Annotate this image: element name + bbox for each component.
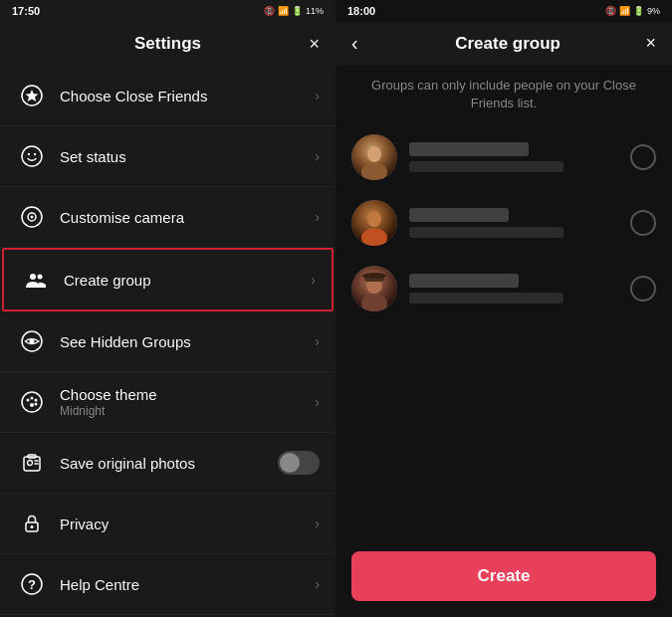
right-status-bar: 18:00 📵 📶 🔋 9% <box>336 0 672 22</box>
contact-avatar-2 <box>351 200 397 246</box>
left-header: Settings × <box>0 22 336 66</box>
contact-radio-2[interactable] <box>630 210 656 236</box>
create-btn-container: Create <box>336 535 672 617</box>
right-close-button[interactable]: × <box>645 33 656 54</box>
contact-sub-1 <box>409 161 563 172</box>
left-time: 17:50 <box>12 5 40 17</box>
contact-info-3 <box>409 274 630 304</box>
svg-point-12 <box>22 392 42 412</box>
contact-name-1 <box>409 142 529 156</box>
contact-sub-3 <box>409 293 563 304</box>
contact-info-2 <box>409 208 630 238</box>
contact-radio-3[interactable] <box>630 276 656 302</box>
svg-point-15 <box>35 399 38 402</box>
contacts-list <box>336 120 672 535</box>
create-group-label: Create group <box>64 272 311 289</box>
choose-theme-content: Choose theme Midnight <box>60 386 315 418</box>
right-status-icons: 📵 📶 🔋 9% <box>605 6 660 16</box>
contact-avatar-3 <box>351 266 397 311</box>
customise-camera-label: Customise camera <box>60 209 315 226</box>
lock-icon <box>16 508 48 539</box>
camera-icon <box>16 201 48 233</box>
set-status-chevron: › <box>315 148 320 164</box>
hidden-groups-chevron: › <box>315 333 320 349</box>
svg-marker-1 <box>26 90 39 102</box>
create-group-content: Create group <box>64 272 311 289</box>
svg-point-8 <box>30 274 36 280</box>
choose-theme-chevron: › <box>315 394 320 410</box>
right-header: ‹ Create group × <box>336 22 672 65</box>
privacy-chevron: › <box>315 515 320 531</box>
smiley-icon <box>16 140 48 172</box>
svg-point-14 <box>31 397 34 400</box>
save-photo-icon <box>16 447 48 479</box>
help-centre-chevron: › <box>315 576 320 592</box>
menu-item-create-group[interactable]: Create group › <box>2 248 334 311</box>
hidden-groups-label: See Hidden Groups <box>60 333 315 350</box>
svg-point-3 <box>28 153 30 155</box>
set-status-label: Set status <box>60 148 315 165</box>
choose-theme-sublabel: Midnight <box>60 404 315 418</box>
svg-point-30 <box>367 146 381 162</box>
toggle-thumb <box>280 453 300 473</box>
back-button[interactable]: ‹ <box>351 32 358 55</box>
svg-point-16 <box>35 403 38 406</box>
customise-camera-content: Customise camera <box>60 209 315 226</box>
privacy-content: Privacy <box>60 515 315 532</box>
svg-point-7 <box>31 216 34 219</box>
save-photos-label: Save original photos <box>60 455 278 472</box>
save-photos-toggle[interactable] <box>278 451 320 475</box>
close-friends-content: Choose Close Friends <box>60 88 315 104</box>
svg-point-38 <box>362 273 386 279</box>
contact-sub-2 <box>409 227 563 238</box>
right-time: 18:00 <box>347 5 375 17</box>
menu-item-help-centre[interactable]: ? Help Centre › <box>0 554 336 615</box>
svg-point-11 <box>30 339 35 344</box>
help-centre-label: Help Centre <box>60 576 315 593</box>
privacy-label: Privacy <box>60 515 315 532</box>
star-icon <box>16 80 48 111</box>
svg-point-24 <box>31 525 34 528</box>
menu-item-set-status[interactable]: Set status › <box>0 126 336 187</box>
svg-point-13 <box>27 399 30 402</box>
close-friends-label: Choose Close Friends <box>60 88 315 104</box>
contact-item-3[interactable] <box>336 256 672 321</box>
contact-item-2[interactable] <box>336 190 672 256</box>
svg-point-19 <box>28 461 33 466</box>
group-icon <box>20 264 52 296</box>
left-panel: 17:50 📵 📶 🔋 11% Settings × Choose Close … <box>0 0 336 617</box>
contact-avatar-1 <box>351 134 397 180</box>
svg-point-33 <box>367 211 381 227</box>
info-text: Groups can only include people on your C… <box>336 65 672 120</box>
left-header-title: Settings <box>134 34 201 54</box>
create-group-chevron: › <box>311 272 316 288</box>
contact-radio-1[interactable] <box>630 144 656 170</box>
menu-item-save-photos[interactable]: Save original photos <box>0 433 336 494</box>
menu-item-customise-camera[interactable]: Customise camera › <box>0 187 336 248</box>
help-icon: ? <box>16 568 48 600</box>
menu-item-close-friends[interactable]: Choose Close Friends › <box>0 66 336 126</box>
menu-item-privacy[interactable]: Privacy › <box>0 494 336 554</box>
save-photos-content: Save original photos <box>60 455 278 472</box>
menu-item-hidden-groups[interactable]: See Hidden Groups › <box>0 311 336 372</box>
palette-icon <box>16 386 48 418</box>
hidden-groups-content: See Hidden Groups <box>60 333 315 350</box>
choose-theme-label: Choose theme <box>60 386 315 403</box>
svg-point-4 <box>34 153 36 155</box>
left-status-bar: 17:50 📵 📶 🔋 11% <box>0 0 336 22</box>
left-header-close[interactable]: × <box>309 34 320 55</box>
contact-name-3 <box>409 274 519 288</box>
create-button[interactable]: Create <box>351 551 656 601</box>
eye-icon <box>16 325 48 357</box>
menu-item-choose-theme[interactable]: Choose theme Midnight › <box>0 372 336 433</box>
left-menu-list: Choose Close Friends › Set status › <box>0 66 336 617</box>
contact-name-2 <box>409 208 509 222</box>
svg-point-17 <box>30 403 34 407</box>
svg-point-2 <box>22 146 42 166</box>
help-centre-content: Help Centre <box>60 576 315 593</box>
set-status-content: Set status <box>60 148 315 165</box>
close-friends-chevron: › <box>315 88 320 103</box>
svg-text:?: ? <box>28 577 36 592</box>
contact-item-1[interactable] <box>336 124 672 190</box>
svg-point-9 <box>38 275 43 280</box>
